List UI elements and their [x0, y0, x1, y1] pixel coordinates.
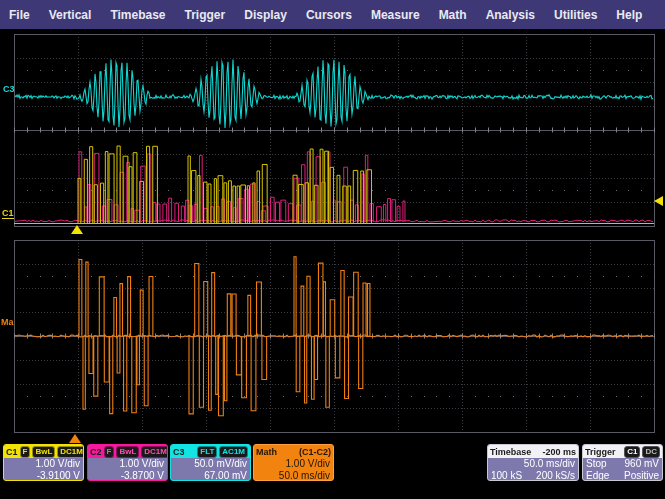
- math-trigger-time-marker[interactable]: [69, 434, 81, 443]
- menu-utilities[interactable]: Utilities: [554, 8, 597, 22]
- c3-flt-badge: FLT: [197, 446, 217, 458]
- menu-file[interactable]: File: [9, 8, 30, 22]
- trigger-header: Trigger C1 DC: [583, 445, 662, 458]
- trigger-coupling-badge: DC: [642, 446, 660, 458]
- c3-scale: 50.0 mV/div: [174, 458, 247, 470]
- menu-measure[interactable]: Measure: [371, 8, 420, 22]
- c2-label: C2: [90, 447, 102, 457]
- c2-scale: 1.00 V/div: [91, 458, 164, 470]
- menu-vertical[interactable]: Vertical: [49, 8, 92, 22]
- trigger-label: Trigger: [585, 447, 616, 457]
- c3-header: C3 FLT AC1M: [171, 445, 250, 458]
- c2-header: C2 F BwL DC1M: [88, 445, 167, 458]
- c1-header: C1 F BwL DC1M: [4, 445, 83, 458]
- timebase-header: Timebase -200 ms: [488, 445, 578, 458]
- math-label: Math: [256, 447, 277, 457]
- menu-math[interactable]: Math: [439, 8, 467, 22]
- c3-ac1m-badge: AC1M: [219, 446, 248, 458]
- trigger-time-marker[interactable]: [71, 225, 83, 234]
- channel-descriptor-c1[interactable]: C1 F BwL DC1M 1.00 V/div -3.9100 V: [3, 444, 84, 481]
- c1-dc1m-badge: DC1M: [57, 446, 84, 458]
- trigger-slope: Positive: [624, 470, 659, 481]
- menu-help[interactable]: Help: [616, 8, 642, 22]
- timebase-descriptor[interactable]: Timebase -200 ms 50.0 ms/div 100 kS 200 …: [487, 444, 579, 481]
- math-header: Math (C1-C2): [254, 445, 333, 458]
- c1-bwl-badge: BwL: [32, 446, 55, 458]
- menu-trigger[interactable]: Trigger: [185, 8, 226, 22]
- c1-coupling-f-badge: F: [20, 446, 31, 458]
- trace-label-c1: C1: [2, 209, 14, 219]
- math-descriptor[interactable]: Math (C1-C2) 1.00 V/div 50.0 ms/div: [253, 444, 334, 481]
- math-timebase: 50.0 ms/div: [257, 470, 330, 481]
- trace-label-math: Ma: [1, 318, 14, 327]
- waveform-display: [0, 0, 665, 499]
- math-source: (C1-C2): [299, 447, 331, 457]
- timebase-label: Timebase: [490, 447, 531, 457]
- menu-display[interactable]: Display: [244, 8, 287, 22]
- channel-descriptor-c2[interactable]: C2 F BwL DC1M 1.00 V/div -3.8700 V: [87, 444, 168, 481]
- c2-bwl-badge: BwL: [116, 446, 139, 458]
- trigger-level: 960 mV: [625, 458, 659, 470]
- c3-offset: 67.00 mV: [174, 470, 247, 481]
- trigger-type: Edge: [586, 470, 609, 481]
- c2-offset: -3.8700 V: [91, 470, 164, 481]
- trace-label-c3: C3: [3, 85, 15, 94]
- trigger-level-marker[interactable]: [654, 196, 663, 206]
- timebase-rate: 200 kS/s: [536, 470, 575, 481]
- oscilloscope-screen: File Vertical Timebase Trigger Display C…: [0, 0, 665, 499]
- c3-label: C3: [173, 447, 185, 457]
- trigger-mode: Stop: [586, 458, 607, 470]
- trigger-source-badge: C1: [624, 446, 640, 458]
- c1-scale: 1.00 V/div: [7, 458, 80, 470]
- menu-timebase[interactable]: Timebase: [110, 8, 165, 22]
- menu-analysis[interactable]: Analysis: [486, 8, 535, 22]
- c2-coupling-f-badge: F: [104, 446, 115, 458]
- menu-cursors[interactable]: Cursors: [306, 8, 352, 22]
- channel-descriptor-c3[interactable]: C3 FLT AC1M 50.0 mV/div 67.00 mV: [170, 444, 251, 481]
- c2-dc1m-badge: DC1M: [141, 446, 168, 458]
- c1-label: C1: [6, 447, 18, 457]
- menu-bar: File Vertical Timebase Trigger Display C…: [0, 0, 665, 29]
- timebase-per-div: 50.0 ms/div: [491, 458, 575, 470]
- timebase-delay: -200 ms: [542, 447, 576, 457]
- trigger-descriptor[interactable]: Trigger C1 DC Stop 960 mV Edge Positive: [582, 444, 663, 481]
- timebase-samples: 100 kS: [491, 470, 522, 481]
- math-scale: 1.00 V/div: [257, 458, 330, 470]
- c1-offset: -3.9100 V: [7, 470, 80, 481]
